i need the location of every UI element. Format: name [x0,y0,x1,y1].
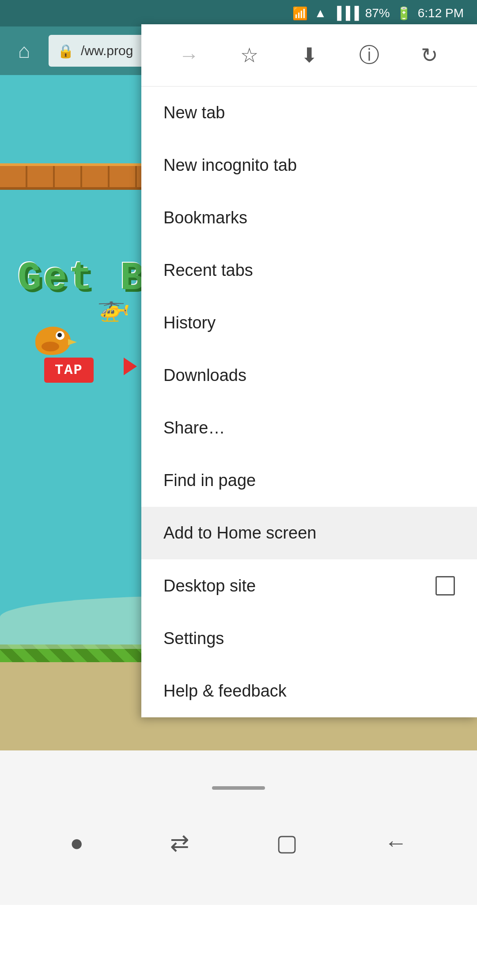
info-button[interactable]: ⓘ [352,38,387,73]
menu-item-desktop-site-label: Desktop site [163,577,256,596]
nav-recent-icon[interactable]: ⇄ [170,829,189,856]
status-icons: 📶 ▲ ▐▐▐ 87% 🔋 6:12 PM [292,6,464,21]
bird-wing [42,342,59,351]
battery-icon: 🔋 [396,6,412,21]
download-button[interactable]: ⬇ [292,38,327,73]
menu-item-find-in-page[interactable]: Find in page [141,454,477,507]
bird-eye [56,331,64,340]
signal-icon: ▐▐▐ [333,6,359,20]
menu-item-help-feedback-label: Help & feedback [163,682,287,701]
bird-beak [68,339,77,345]
menu-item-new-tab-label: New tab [163,103,225,122]
nav-bar[interactable]: ● ⇄ ▢ ← [0,816,477,869]
menu-item-incognito[interactable]: New incognito tab [141,139,477,192]
home-icon: ⌂ [18,39,30,63]
bird-body [35,327,71,355]
menu-item-downloads[interactable]: Downloads [141,349,477,402]
menu-item-share-label: Share… [163,418,225,437]
menu-item-help-feedback[interactable]: Help & feedback [141,665,477,717]
menu-item-desktop-site[interactable]: Desktop site [141,559,477,612]
url-text: /ww.prog [81,43,133,58]
tap-arrow [124,358,137,375]
menu-item-incognito-label: New incognito tab [163,156,297,175]
menu-item-add-to-home-label: Add to Home screen [163,524,316,543]
home-button[interactable]: ⌂ [9,35,40,66]
menu-item-find-in-page-label: Find in page [163,471,256,490]
tap-button: TAP [44,358,94,383]
nav-handle [212,786,265,790]
flappy-bird [35,327,75,358]
menu-item-add-to-home[interactable]: Add to Home screen [141,507,477,559]
menu-item-settings[interactable]: Settings [141,612,477,665]
menu-item-bookmarks[interactable]: Bookmarks [141,192,477,244]
menu-item-new-tab[interactable]: New tab [141,87,477,139]
context-menu: → ☆ ⬇ ⓘ ↻ New tab New incognito tab Book… [141,24,477,717]
desktop-site-checkbox[interactable] [435,576,455,596]
status-bar: 📶 ▲ ▐▐▐ 87% 🔋 6:12 PM [0,0,477,26]
menu-toolbar: → ☆ ⬇ ⓘ ↻ [141,24,477,87]
battery-level: 87% [365,6,390,20]
menu-item-history[interactable]: History [141,297,477,349]
nfc-icon: 📶 [292,6,308,21]
wifi-icon: ▲ [314,6,326,20]
menu-item-share[interactable]: Share… [141,402,477,454]
bottom-area: ● ⇄ ▢ ← [0,750,477,905]
menu-item-downloads-label: Downloads [163,366,246,385]
menu-item-settings-label: Settings [163,629,224,648]
lock-icon: 🔒 [57,43,74,59]
reload-button[interactable]: ↻ [412,38,447,73]
nav-back-icon[interactable]: ← [384,829,407,856]
bookmark-button[interactable]: ☆ [231,38,267,73]
forward-button[interactable]: → [171,38,207,73]
menu-item-recent-tabs-label: Recent tabs [163,261,253,280]
helicopter-item: 🚁 [97,291,130,323]
nav-overview-icon[interactable]: ▢ [276,829,298,856]
menu-item-history-label: History [163,313,216,332]
menu-item-bookmarks-label: Bookmarks [163,208,247,227]
menu-item-recent-tabs[interactable]: Recent tabs [141,244,477,297]
clock: 6:12 PM [418,6,464,20]
nav-menu-icon[interactable]: ● [70,829,83,856]
